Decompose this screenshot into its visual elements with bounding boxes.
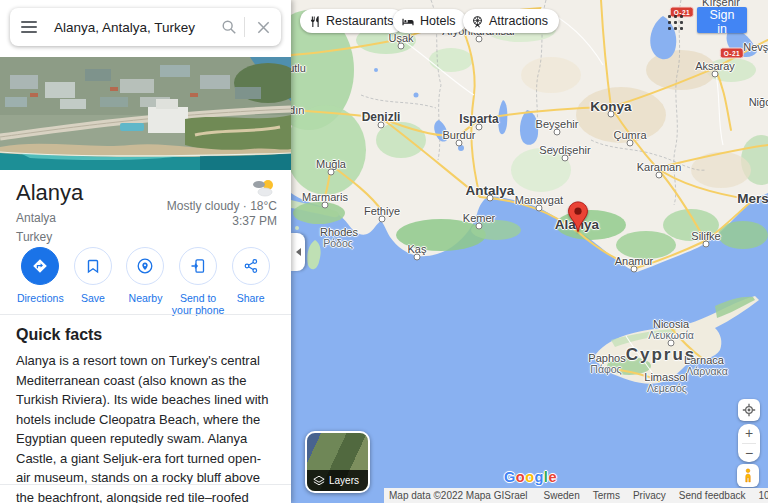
directions-icon bbox=[21, 247, 59, 285]
restaurants-icon bbox=[308, 15, 321, 28]
send-to-phone-icon bbox=[179, 247, 217, 285]
place-photo[interactable] bbox=[0, 57, 291, 170]
region-label: Sweden bbox=[544, 490, 580, 501]
map-terrain bbox=[291, 0, 768, 503]
search-input[interactable]: Alanya, Antalya, Turkey bbox=[48, 20, 214, 35]
save-icon bbox=[74, 247, 112, 285]
apps-grid-icon[interactable] bbox=[668, 15, 684, 31]
weather-condition: Mostly cloudy · 18°C bbox=[167, 199, 277, 214]
restaurants-button[interactable]: Restaurants bbox=[300, 9, 404, 33]
directions-button[interactable]: Directions bbox=[14, 247, 67, 316]
place-panel: Alanya, Antalya, Turkey bbox=[0, 0, 291, 503]
quick-facts-text: Alanya is a resort town on Turkey's cent… bbox=[16, 351, 274, 503]
send-to-phone-button[interactable]: Send to your phone bbox=[172, 247, 225, 316]
layers-label: Layers bbox=[329, 475, 359, 486]
google-logo-letter: e bbox=[548, 469, 557, 485]
hotels-button[interactable]: Hotels bbox=[393, 9, 466, 33]
google-logo: Google bbox=[504, 469, 557, 485]
nearby-button[interactable]: Nearby bbox=[119, 247, 172, 316]
hotels-label: Hotels bbox=[420, 14, 455, 28]
map-data-credit: Map data ©2022 Mapa GISrael bbox=[389, 490, 528, 501]
google-logo-letter: G bbox=[504, 469, 516, 485]
share-label: Share bbox=[237, 292, 265, 304]
layers-button[interactable]: Layers bbox=[305, 431, 370, 493]
menu-icon[interactable] bbox=[10, 21, 48, 33]
weather-time: 3:37 PM bbox=[167, 214, 277, 229]
place-country: Turkey bbox=[16, 230, 83, 244]
attractions-button[interactable]: Attractions bbox=[463, 9, 559, 33]
attribution-bar: Map data ©2022 Mapa GISrael Sweden Terms… bbox=[384, 488, 768, 503]
weather-icon bbox=[251, 178, 277, 198]
section-divider bbox=[0, 314, 291, 315]
save-button[interactable]: Save bbox=[67, 247, 120, 316]
nearby-icon bbox=[126, 247, 164, 285]
attractions-label: Attractions bbox=[489, 14, 548, 28]
share-button[interactable]: Share bbox=[224, 247, 277, 316]
google-logo-letter: g bbox=[535, 469, 544, 485]
close-icon[interactable] bbox=[245, 20, 281, 35]
send-feedback-link[interactable]: Send feedback bbox=[679, 490, 746, 501]
hotels-icon bbox=[401, 15, 415, 28]
send-to-phone-label: Send to your phone bbox=[172, 292, 225, 316]
place-region: Antalya bbox=[16, 211, 83, 225]
weather-widget: Mostly cloudy · 18°C 3:37 PM bbox=[167, 178, 277, 229]
google-logo-letter: o bbox=[516, 469, 525, 485]
zoom-out-button[interactable]: − bbox=[738, 444, 760, 463]
place-pin-icon[interactable] bbox=[566, 201, 590, 233]
pegman-button[interactable] bbox=[737, 464, 759, 487]
zoom-controls: + − bbox=[738, 424, 760, 462]
place-title: Alanya bbox=[16, 180, 83, 206]
zoom-in-button[interactable]: + bbox=[738, 424, 760, 443]
sidebar-collapse-button[interactable] bbox=[291, 233, 305, 271]
map-canvas[interactable]: KırşehirNevşehirAksarayNiğdeUşakAfyonkar… bbox=[291, 0, 768, 503]
my-location-button[interactable] bbox=[738, 399, 760, 421]
action-buttons: Directions Save Nearby Send to your phon… bbox=[0, 247, 291, 316]
road-badge-o21-b: O-21 bbox=[720, 48, 744, 59]
pegman-icon bbox=[743, 467, 753, 484]
terms-link[interactable]: Terms bbox=[593, 490, 620, 501]
collapse-arrow-icon bbox=[296, 248, 301, 256]
sign-in-button[interactable]: Sign in bbox=[697, 7, 747, 33]
attractions-icon bbox=[471, 15, 484, 28]
quick-facts-heading: Quick facts bbox=[16, 326, 102, 344]
my-location-icon bbox=[741, 402, 757, 418]
place-header: Alanya Antalya Turkey bbox=[16, 180, 83, 244]
search-bar: Alanya, Antalya, Turkey bbox=[10, 8, 281, 46]
share-icon bbox=[232, 247, 270, 285]
layers-icon bbox=[313, 475, 325, 486]
directions-label: Directions bbox=[17, 292, 64, 304]
google-logo-letter: o bbox=[525, 469, 534, 485]
nearby-label: Nearby bbox=[129, 292, 163, 304]
google-maps-app: KırşehirNevşehirAksarayNiğdeUşakAfyonkar… bbox=[0, 0, 768, 503]
scale-label: 100 km bbox=[758, 490, 768, 501]
search-icon[interactable] bbox=[214, 19, 244, 35]
section-divider-bottom bbox=[0, 484, 291, 485]
privacy-link[interactable]: Privacy bbox=[633, 490, 666, 501]
restaurants-label: Restaurants bbox=[326, 14, 393, 28]
save-label: Save bbox=[81, 292, 105, 304]
